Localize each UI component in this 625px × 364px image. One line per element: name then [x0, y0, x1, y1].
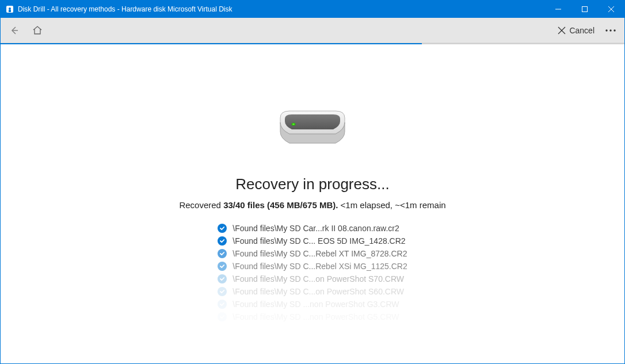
check-icon: [218, 224, 227, 233]
svg-point-13: [292, 123, 296, 126]
file-row: \Found files\My SD C...Rebel XSi MG_1125…: [218, 262, 407, 271]
home-icon: [32, 25, 43, 36]
status-time: <1m elapsed, ~<1m remain: [338, 200, 445, 210]
check-icon: [218, 312, 227, 321]
ellipsis-icon: [605, 29, 616, 32]
svg-point-10: [605, 29, 607, 31]
svg-point-11: [609, 29, 611, 31]
status-prefix: Recovered: [179, 200, 223, 210]
check-icon: [218, 262, 227, 271]
check-icon: [218, 249, 227, 258]
svg-rect-4: [582, 7, 588, 12]
page-title: Recovery in progress...: [235, 175, 389, 193]
svg-point-1: [9, 7, 11, 10]
file-row: \Found files\My SD C... EOS 5D IMG_1428.…: [218, 236, 405, 246]
cancel-button[interactable]: Cancel: [553, 26, 599, 35]
file-path: \Found files\My SD C... EOS 5D IMG_1428.…: [233, 236, 405, 246]
check-icon: [218, 274, 227, 283]
file-list: \Found files\My SD Car...rk II 08.canon.…: [218, 224, 407, 321]
app-icon: [5, 5, 14, 14]
file-path: \Found files\My SD C...Rebel XSi MG_1125…: [233, 262, 407, 271]
file-row: \Found files\My SD Car...rk II 08.canon.…: [218, 224, 399, 233]
cancel-label: Cancel: [569, 26, 594, 35]
home-button[interactable]: [26, 19, 49, 42]
file-row: \Found files\My SD C...Rebel XT IMG_8728…: [218, 249, 407, 258]
titlebar[interactable]: Disk Drill - All recovery methods - Hard…: [1, 1, 624, 18]
check-icon: [218, 236, 227, 246]
drive-icon: [266, 95, 359, 158]
window-title: Disk Drill - All recovery methods - Hard…: [18, 5, 233, 13]
app-window: Disk Drill - All recovery methods - Hard…: [0, 0, 625, 364]
status-line: Recovered 33/40 files (456 MB/675 MB). <…: [179, 200, 445, 210]
file-row: \Found files\My SD ...non PowerShot G3.C…: [218, 300, 399, 309]
file-path: \Found files\My SD C...on PowerShot S70.…: [233, 274, 404, 283]
file-row: \Found files\My SD ...non PowerShot G5.C…: [218, 312, 399, 321]
file-path: \Found files\My SD ...non PowerShot G3.C…: [233, 300, 399, 309]
check-icon: [218, 287, 227, 296]
file-row: \Found files\My SD C...on PowerShot S60.…: [218, 287, 404, 296]
toolbar: Cancel: [1, 18, 624, 43]
window-controls: [545, 1, 624, 18]
file-path: \Found files\My SD C...Rebel XT IMG_8728…: [233, 249, 407, 258]
arrow-left-icon: [9, 25, 20, 36]
file-path: \Found files\My SD C...on PowerShot S60.…: [233, 287, 404, 296]
back-button[interactable]: [3, 19, 26, 42]
svg-point-12: [613, 29, 615, 31]
file-path: \Found files\My SD ...non PowerShot G5.C…: [233, 312, 399, 321]
content-area: Recovery in progress... Recovered 33/40 …: [1, 44, 624, 363]
close-window-button[interactable]: [598, 1, 624, 18]
file-path: \Found files\My SD Car...rk II 08.canon.…: [233, 224, 399, 233]
minimize-button[interactable]: [545, 1, 571, 18]
svg-rect-2: [9, 10, 11, 12]
file-row: \Found files\My SD C...on PowerShot S70.…: [218, 274, 404, 283]
close-icon: [558, 26, 566, 35]
status-counts: 33/40 files (456 MB/675 MB).: [223, 200, 338, 210]
check-icon: [218, 300, 227, 309]
more-button[interactable]: [599, 19, 622, 42]
maximize-button[interactable]: [571, 1, 598, 18]
